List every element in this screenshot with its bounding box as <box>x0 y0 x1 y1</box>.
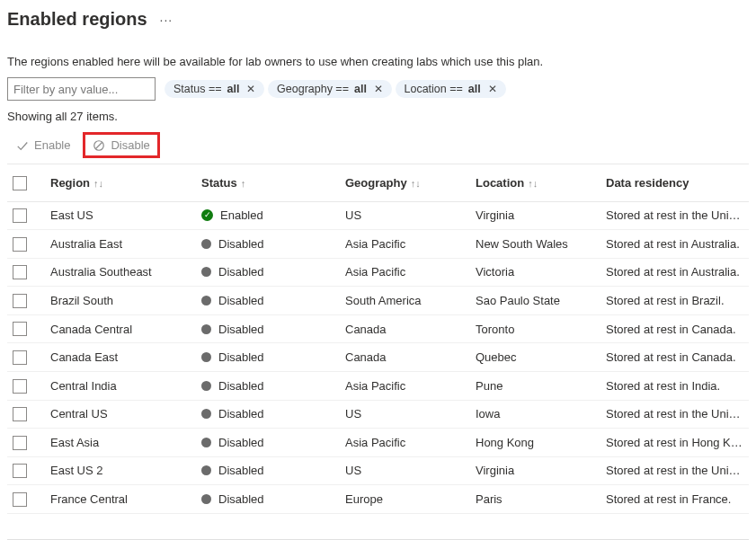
pill-value: all <box>227 83 240 95</box>
cell-geography: Canada <box>340 314 470 343</box>
cell-status: ✓Enabled <box>196 201 340 230</box>
row-checkbox[interactable] <box>13 265 27 279</box>
col-residency[interactable]: Data residency <box>600 164 749 201</box>
sort-icon: ↑↓ <box>411 178 421 189</box>
close-icon[interactable]: ✕ <box>486 83 497 95</box>
pill-value: all <box>468 83 481 95</box>
sort-icon: ↑↓ <box>528 178 538 189</box>
row-checkbox[interactable] <box>13 379 27 394</box>
disabled-icon <box>201 465 211 475</box>
cell-location: Quebec <box>470 343 600 372</box>
cell-location: Virginia <box>470 456 600 485</box>
cell-geography: Canada <box>340 343 470 372</box>
disabled-icon <box>201 352 211 362</box>
table-row: Australia SoutheastDisabledAsia PacificV… <box>7 258 749 287</box>
pill-label: Status == <box>173 83 222 95</box>
cell-location: Pune <box>470 371 600 400</box>
row-checkbox[interactable] <box>13 407 27 421</box>
table-row: Central IndiaDisabledAsia PacificPuneSto… <box>7 371 749 400</box>
close-icon[interactable]: ✕ <box>245 83 255 95</box>
pill-label: Location == <box>405 83 463 95</box>
disabled-icon <box>201 239 211 249</box>
cell-geography: Asia Pacific <box>340 371 470 400</box>
check-icon <box>16 139 29 152</box>
table-row: Australia EastDisabledAsia PacificNew So… <box>7 230 749 259</box>
cell-location: Virginia <box>470 201 600 230</box>
enable-button[interactable]: Enable <box>7 133 79 157</box>
cell-geography: Asia Pacific <box>340 258 470 287</box>
block-icon <box>93 139 105 152</box>
cell-status: Disabled <box>196 371 340 400</box>
cell-region: Central India <box>45 371 196 400</box>
enable-label: Enable <box>34 138 70 152</box>
cell-location: Hong Kong <box>470 429 600 457</box>
cell-residency: Stored at rest in the United States. <box>600 201 749 230</box>
filter-pill[interactable]: Status == all✕ <box>165 80 264 98</box>
enabled-icon: ✓ <box>201 209 213 221</box>
cell-geography: Asia Pacific <box>340 429 470 457</box>
filter-pill[interactable]: Geography == all✕ <box>268 80 392 98</box>
cell-status: Disabled <box>196 287 340 315</box>
disabled-icon <box>201 381 211 391</box>
row-checkbox[interactable] <box>13 436 27 450</box>
cell-status: Disabled <box>196 343 340 372</box>
disabled-icon <box>201 267 211 277</box>
cell-residency: Stored at rest in Australia. <box>600 230 749 259</box>
col-region[interactable]: Region↑↓ <box>45 164 196 201</box>
table-row: France CentralDisabledEuropeParisStored … <box>7 485 749 514</box>
cell-status: Disabled <box>196 258 340 287</box>
cell-status: Disabled <box>196 230 340 259</box>
pill-label: Geography == <box>277 83 349 95</box>
row-checkbox[interactable] <box>13 464 27 478</box>
cell-region: Canada Central <box>45 314 196 343</box>
disabled-icon <box>201 438 211 447</box>
cell-geography: US <box>340 456 470 485</box>
cell-residency: Stored at rest in the United States. <box>600 400 749 429</box>
disable-button[interactable]: Disable <box>83 132 159 158</box>
row-checkbox[interactable] <box>13 208 27 223</box>
row-checkbox[interactable] <box>13 492 27 507</box>
col-location[interactable]: Location↑↓ <box>470 164 600 201</box>
cell-geography: US <box>340 400 470 429</box>
col-geography[interactable]: Geography↑↓ <box>340 164 470 201</box>
cell-status: Disabled <box>196 429 340 457</box>
cell-region: Brazil South <box>45 287 196 315</box>
regions-table: Region↑↓ Status↑ Geography↑↓ Location↑↓ … <box>7 164 749 514</box>
table-row: East US✓EnabledUSVirginiaStored at rest … <box>7 201 749 230</box>
cell-location: Victoria <box>470 258 600 287</box>
svg-line-1 <box>96 142 102 148</box>
row-checkbox[interactable] <box>13 350 27 365</box>
more-icon[interactable]: ··· <box>160 13 173 27</box>
cell-region: Australia East <box>45 230 196 259</box>
row-checkbox[interactable] <box>13 294 27 308</box>
col-status[interactable]: Status↑ <box>196 164 340 201</box>
cell-residency: Stored at rest in France. <box>600 485 749 514</box>
description-text: The regions enabled here will be availab… <box>7 55 749 68</box>
disabled-icon <box>201 409 211 419</box>
cell-region: Canada East <box>45 343 196 372</box>
cell-region: France Central <box>45 485 196 514</box>
showing-count: Showing all 27 items. <box>7 110 749 123</box>
table-row: Central USDisabledUSIowaStored at rest i… <box>7 400 749 429</box>
select-all-checkbox[interactable] <box>13 176 27 190</box>
table-row: Canada CentralDisabledCanadaTorontoStore… <box>7 314 749 343</box>
sort-icon: ↑↓ <box>93 178 103 189</box>
table-row: East US 2DisabledUSVirginiaStored at res… <box>7 456 749 485</box>
cell-location: Paris <box>470 485 600 514</box>
cell-residency: Stored at rest in Hong Kong. <box>600 429 749 457</box>
cell-residency: Stored at rest in Australia. <box>600 258 749 287</box>
row-checkbox[interactable] <box>13 322 27 336</box>
cell-residency: Stored at rest in India. <box>600 371 749 400</box>
table-row: Canada EastDisabledCanadaQuebecStored at… <box>7 343 749 372</box>
cell-geography: Europe <box>340 485 470 514</box>
filter-input[interactable] <box>7 77 156 101</box>
cell-location: Sao Paulo State <box>470 287 600 315</box>
table-row: East AsiaDisabledAsia PacificHong KongSt… <box>7 429 749 457</box>
pill-value: all <box>354 83 367 95</box>
cell-region: Australia Southeast <box>45 258 196 287</box>
filter-pill[interactable]: Location == all✕ <box>396 80 506 98</box>
cell-status: Disabled <box>196 400 340 429</box>
close-icon[interactable]: ✕ <box>372 83 383 95</box>
row-checkbox[interactable] <box>13 237 27 252</box>
cell-status: Disabled <box>196 485 340 514</box>
